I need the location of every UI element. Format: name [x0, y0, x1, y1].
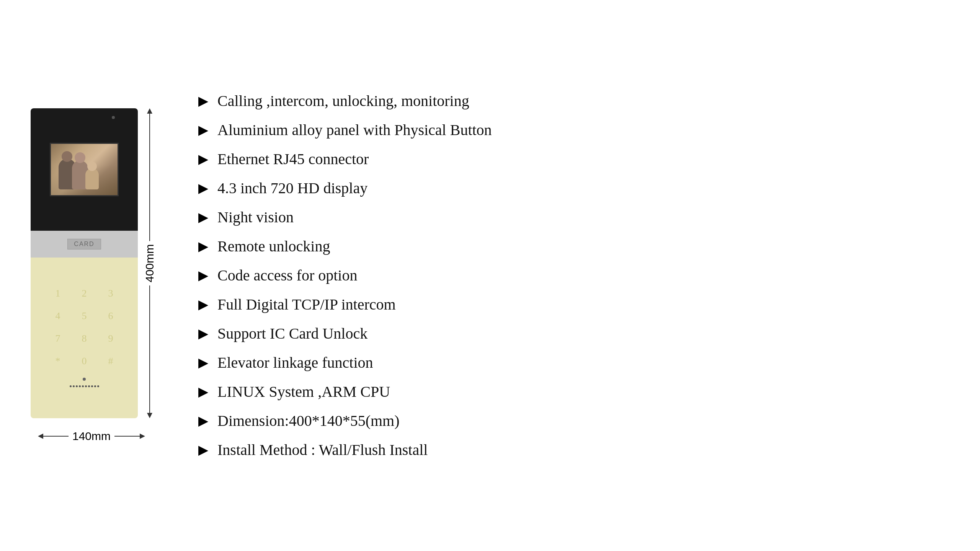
- feature-item: ▶Install Method : Wall/Flush Install: [198, 441, 949, 459]
- feature-text: Night vision: [217, 208, 294, 227]
- bullet-arrow-icon: ▶: [198, 414, 208, 427]
- speaker-dot: [94, 385, 96, 387]
- arrow-down: [147, 413, 152, 418]
- features-section: ▶Calling ,intercom, unlocking, monitorin…: [198, 92, 949, 459]
- feature-item: ▶Full Digital TCP/IP intercom: [198, 295, 949, 314]
- feature-item: ▶Ethernet RJ45 connector: [198, 150, 949, 168]
- feature-text: Install Method : Wall/Flush Install: [217, 441, 428, 459]
- keypad-grid: 123456789*0#: [47, 285, 121, 370]
- feature-item: ▶Night vision: [198, 208, 949, 227]
- arrow-left: [38, 434, 43, 439]
- horizontal-line: [43, 436, 69, 437]
- speaker-dot: [91, 385, 93, 387]
- arrow-up: [147, 108, 152, 114]
- person-child: [85, 168, 99, 189]
- width-label: 140mm: [69, 430, 114, 443]
- speaker-dot: [73, 385, 75, 387]
- bullet-arrow-icon: ▶: [198, 269, 208, 282]
- speaker-dot: [97, 385, 99, 387]
- bullet-arrow-icon: ▶: [198, 327, 208, 340]
- keypad-key: *: [47, 353, 69, 370]
- arrow-right: [140, 434, 145, 439]
- feature-text: Support IC Card Unlock: [217, 324, 368, 343]
- bullet-arrow-icon: ▶: [198, 385, 208, 398]
- feature-item: ▶Elevator linkage function: [198, 354, 949, 372]
- feature-text: 4.3 inch 720 HD display: [217, 179, 368, 197]
- bullet-arrow-icon: ▶: [198, 240, 208, 253]
- feature-item: ▶Remote unlocking: [198, 237, 949, 256]
- bullet-arrow-icon: ▶: [198, 298, 208, 311]
- speaker-dot: [85, 385, 87, 387]
- main-container: CARD 123456789*0#: [0, 0, 980, 551]
- speaker-dots: [70, 385, 99, 387]
- feature-item: ▶LINUX System ,ARM CPU: [198, 383, 949, 401]
- keypad-panel: 123456789*0#: [31, 258, 138, 418]
- bullet-arrow-icon: ▶: [198, 124, 208, 137]
- feature-text: LINUX System ,ARM CPU: [217, 383, 390, 401]
- bullet-arrow-icon: ▶: [198, 182, 208, 195]
- keypad-key: 7: [47, 330, 69, 347]
- camera-dot: [112, 116, 115, 119]
- width-dimension: 140mm: [38, 430, 145, 443]
- feature-text: Elevator linkage function: [217, 354, 373, 372]
- keypad-key: 0: [74, 353, 95, 370]
- keypad-key: 2: [74, 285, 95, 302]
- bullet-arrow-icon: ▶: [198, 443, 208, 456]
- keypad-key: #: [100, 353, 121, 370]
- vertical-line: [149, 263, 150, 413]
- speaker-dot: [79, 385, 81, 387]
- card-panel: CARD: [31, 231, 138, 258]
- screen: [50, 143, 119, 196]
- feature-text: Calling ,intercom, unlocking, monitoring: [217, 92, 469, 110]
- device-section: CARD 123456789*0#: [31, 108, 152, 443]
- speaker-dot: [82, 385, 84, 387]
- feature-text: Full Digital TCP/IP intercom: [217, 295, 396, 314]
- speaker-dot: [76, 385, 78, 387]
- speaker-dot: [88, 385, 90, 387]
- feature-item: ▶Code access for option: [198, 266, 949, 285]
- height-dimension: 400mm: [147, 108, 152, 418]
- horizontal-line: [114, 436, 140, 437]
- feature-text: Code access for option: [217, 266, 357, 285]
- feature-text: Dimension:400*140*55(mm): [217, 412, 400, 430]
- top-panel: [31, 108, 138, 231]
- height-label: 400mm: [142, 241, 158, 285]
- keypad-key: 1: [47, 285, 69, 302]
- keypad-bottom: [70, 378, 99, 387]
- feature-text: Aluminium alloy panel with Physical Butt…: [217, 121, 492, 139]
- feature-text: Remote unlocking: [217, 237, 330, 256]
- feature-item: ▶ 4.3 inch 720 HD display: [198, 179, 949, 197]
- card-label: CARD: [67, 239, 101, 249]
- dimension-wrapper: CARD 123456789*0#: [31, 108, 152, 418]
- screen-image: [51, 144, 118, 195]
- feature-item: ▶Dimension:400*140*55(mm): [198, 412, 949, 430]
- feature-item: ▶Calling ,intercom, unlocking, monitorin…: [198, 92, 949, 110]
- keypad-key: 3: [100, 285, 121, 302]
- feature-item: ▶Aluminium alloy panel with Physical But…: [198, 121, 949, 139]
- device-body: CARD 123456789*0#: [31, 108, 138, 418]
- feature-item: ▶Support IC Card Unlock: [198, 324, 949, 343]
- speaker-dot: [70, 385, 72, 387]
- bullet-arrow-icon: ▶: [198, 356, 208, 369]
- keypad-key: 5: [74, 308, 95, 325]
- feature-text: Ethernet RJ45 connector: [217, 150, 369, 168]
- keypad-key: 6: [100, 308, 121, 325]
- bullet-arrow-icon: ▶: [198, 153, 208, 166]
- bullet-arrow-icon: ▶: [198, 95, 208, 108]
- keypad-key: 4: [47, 308, 69, 325]
- bullet-arrow-icon: ▶: [198, 211, 208, 224]
- keypad-key: 8: [74, 330, 95, 347]
- keypad-key: 9: [100, 330, 121, 347]
- status-light: [83, 378, 86, 381]
